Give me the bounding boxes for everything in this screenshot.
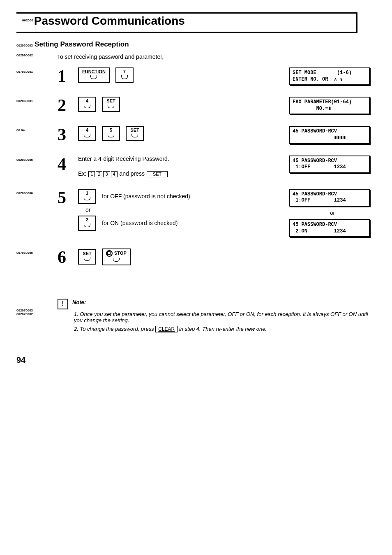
- intro-code: 002990002: [16, 53, 55, 57]
- press-icon: [83, 134, 92, 139]
- ex-mid: and press: [120, 170, 146, 177]
- step-1-code: 007060001: [16, 67, 58, 74]
- press-icon: [106, 134, 115, 139]
- step-6-number: 6: [58, 248, 78, 266]
- press-icon: [83, 257, 92, 263]
- key-4: 4: [78, 126, 96, 141]
- key-4: 4: [111, 171, 118, 177]
- display-step-1: SET MODE (1-6) ENTER NO. OR ∧ ∨: [289, 67, 370, 85]
- display-step-5a: 45 PASSWORD-RCV 1:OFF 1234: [289, 189, 370, 207]
- note-codes: 002070003 002070002: [16, 299, 58, 335]
- step-5-number: 5: [58, 189, 78, 206]
- opt2-text: for ON (password is checked): [102, 220, 178, 226]
- note-2: 2. To change the password, press CLEAR i…: [74, 326, 376, 332]
- press-icon: [83, 197, 92, 202]
- step-1-number: 1: [58, 67, 78, 85]
- step-4-line1: Enter a 4-digit Receiving Password.: [78, 156, 289, 162]
- set-key: SET: [126, 126, 144, 141]
- key-1: 1: [78, 189, 96, 204]
- step-4: 002060005 4 Enter a 4-digit Receiving Pa…: [16, 156, 376, 177]
- key-3: 3: [103, 171, 110, 177]
- intro-text: To set receiving password and parameter,: [57, 53, 164, 60]
- step-4-code: 002060005: [16, 156, 58, 162]
- display-step-3: 45 PASSWORD-RCV ∎∎∎∎: [289, 126, 370, 144]
- step-6-code: 007060005: [16, 248, 58, 255]
- key-5: 5: [102, 126, 120, 141]
- press-icon: [83, 223, 92, 229]
- clear-key: CLEAR: [155, 326, 178, 332]
- key-2: 2: [96, 171, 102, 177]
- display-step-5b: 45 PASSWORD-RCV 2:ON 1234: [289, 219, 370, 237]
- ex-prefix: Ex:: [78, 170, 86, 177]
- intro-line: 002990002 To set receiving password and …: [16, 53, 376, 60]
- step-1: 007060001 1 FUNCTION 7 SET MODE (1-6) EN…: [16, 67, 376, 85]
- press-icon: [83, 104, 92, 110]
- note-1: 1. Once you set the parameter, you canno…: [74, 311, 376, 323]
- display-step-2: FAX PARAMETER(01-64) NO.=∎: [289, 97, 370, 114]
- stop-icon: [106, 250, 113, 257]
- set-key: SET: [78, 249, 96, 265]
- step-5: 002060006 5 1 for OFF (password is not c…: [16, 189, 376, 237]
- stop-key: STOP: [102, 248, 131, 265]
- step-3-code: 00 04: [16, 126, 58, 132]
- subheading-code: 002020003: [16, 44, 33, 47]
- step-4-number: 4: [58, 156, 78, 173]
- function-key: FUNCTION: [78, 67, 110, 83]
- subheading: 002020003Setting Password Reception: [16, 40, 376, 49]
- opt1-text: for OFF (password is not checked): [102, 193, 190, 200]
- display-step-4: 45 PASSWORD-RCV 1:OFF 1234: [289, 156, 370, 173]
- title-text: Password Communications: [34, 14, 185, 27]
- step-2-code: 002060001: [16, 97, 58, 103]
- key-1: 1: [88, 171, 95, 177]
- set-key: SET: [102, 97, 120, 112]
- key-7: 7: [115, 67, 134, 83]
- key-2: 2: [78, 216, 96, 231]
- section-title-box: 002000Password Communications: [16, 12, 357, 33]
- step-2: 002060001 2 4 SET FAX PARAMETER(01-64) N…: [16, 97, 376, 114]
- page-number: 94: [16, 355, 376, 365]
- note-icon: !: [58, 299, 68, 309]
- step-3-number: 3: [58, 126, 78, 143]
- press-icon: [130, 134, 139, 139]
- press-icon: [120, 75, 129, 81]
- set-key-inline: SET: [147, 171, 168, 177]
- press-icon: [112, 258, 121, 264]
- press-icon: [106, 104, 115, 110]
- step-3: 00 04 3 4 5 SET 45 PASSWORD-RCV ∎∎∎∎: [16, 126, 376, 144]
- press-icon: [89, 75, 98, 81]
- title-code: 002000: [22, 19, 33, 22]
- subheading-text: Setting Password Reception: [35, 40, 129, 48]
- or-text: or: [85, 207, 289, 213]
- display-or: or: [289, 210, 376, 216]
- step-5-code: 002060006: [16, 189, 58, 195]
- note-block: 002070003 002070002 ! Note: 1. Once you …: [16, 299, 376, 335]
- note-label: Note:: [72, 299, 86, 305]
- step-2-number: 2: [58, 97, 78, 114]
- key-4: 4: [78, 97, 96, 112]
- step-6: 007060005 6 SET STOP: [16, 248, 376, 266]
